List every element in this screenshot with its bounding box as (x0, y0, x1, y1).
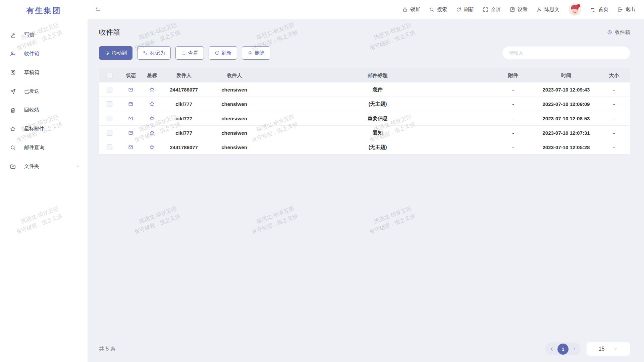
star-icon[interactable] (149, 86, 155, 93)
sidebar-item-mail-query[interactable]: 邮件查询 (0, 138, 88, 157)
pencil-icon (10, 32, 16, 38)
row-attachment: - (492, 87, 534, 93)
column-header: 邮件标题 (264, 72, 492, 79)
row-checkbox[interactable] (107, 116, 112, 121)
row-subject: (无主题) (264, 101, 492, 107)
row-recipient: chensiwen (205, 144, 264, 150)
topbar-action-current-user[interactable]: 陈思文 (536, 6, 559, 13)
trash-icon (248, 51, 253, 56)
row-size: - (598, 87, 630, 93)
delete-button[interactable]: 删除 (242, 46, 270, 60)
sidebar-item-starred[interactable]: 星标邮件 (0, 119, 88, 138)
sidebar-item-compose[interactable]: 写信 (0, 25, 88, 44)
row-status-cell (120, 130, 141, 136)
view-button[interactable]: 查看 (175, 46, 204, 60)
row-checkbox[interactable] (107, 101, 112, 107)
table-row[interactable]: 2441786077chensiwen(无主题)-2023-07-10 12:0… (99, 140, 630, 155)
total-count: 共 5 条 (99, 346, 116, 353)
sidebar-item-label: 邮件查询 (24, 144, 44, 151)
topbar-action-home[interactable]: 首页 (590, 6, 608, 13)
row-recipient: chensiwen (205, 101, 264, 107)
sidebar-item-sent[interactable]: 已发送 (0, 82, 88, 101)
row-checkbox-cell (99, 130, 120, 136)
sidebar-item-label: 写信 (24, 32, 34, 38)
sidebar-item-folders[interactable]: 文件夹 (0, 157, 88, 176)
sidebar-item-drafts[interactable]: 草稿箱 (0, 63, 88, 82)
percent-icon (143, 51, 148, 56)
star-icon (10, 126, 16, 132)
sidebar-nav: 写信收件箱草稿箱已发送回收站星标邮件邮件查询文件夹 (0, 21, 88, 176)
row-recipient: chensiwen (205, 87, 264, 93)
page-title: 收件箱 (99, 27, 120, 37)
sidebar-item-inbox[interactable]: 收件箱 (0, 44, 88, 63)
sidebar-item-recycle-bin[interactable]: 回收站 (0, 101, 88, 119)
row-time: 2023-07-10 12:09:09 (534, 101, 598, 107)
row-sender: 2441786077 (163, 144, 205, 150)
pager: 1 (545, 343, 581, 355)
menu-fold-icon[interactable] (95, 6, 101, 12)
select-all-checkbox[interactable] (107, 73, 112, 78)
sidebar-item-label: 收件箱 (24, 51, 39, 57)
breadcrumb-label: 收件箱 (615, 29, 630, 36)
next-page-icon[interactable] (571, 347, 577, 352)
table-row[interactable]: cikl777chensiwen重要信息-2023-07-10 12:08:53… (99, 111, 630, 126)
row-recipient: chensiwen (205, 116, 264, 121)
row-sender: cikl777 (163, 130, 205, 136)
row-star-cell (142, 101, 163, 107)
row-time: 2023-07-10 12:09:43 (534, 87, 598, 93)
user-add-icon (10, 51, 16, 57)
row-sender: cikl777 (163, 101, 205, 107)
row-checkbox[interactable] (107, 87, 112, 93)
button-label: 标记为 (150, 50, 165, 56)
topbar-action-lock-screen[interactable]: 锁屏 (402, 6, 420, 13)
topbar-action-fullscreen[interactable]: 全屏 (483, 6, 501, 13)
star-icon[interactable] (149, 101, 155, 107)
row-time: 2023-07-10 12:08:53 (534, 116, 598, 121)
pagination: 1 15 (545, 342, 630, 356)
topbar-action-refresh[interactable]: 刷新 (456, 6, 474, 13)
row-status-cell (120, 87, 141, 93)
topbar-action-label: 设置 (518, 6, 528, 13)
row-subject: 急件 (264, 86, 492, 93)
prev-page-icon[interactable] (549, 347, 555, 352)
table-header-row: 状态星标发件人收件人邮件标题附件时间大小 (99, 68, 630, 82)
topbar-action-search[interactable]: 搜索 (429, 6, 447, 13)
star-icon[interactable] (149, 144, 155, 150)
move-to-button[interactable]: 移动到 (99, 46, 132, 60)
header-checkbox-cell (99, 73, 120, 78)
star-icon[interactable] (149, 130, 155, 136)
page-size-select[interactable]: 15 (587, 342, 630, 356)
button-label: 刷新 (221, 50, 231, 56)
topbar-action-label: 全屏 (491, 6, 501, 13)
topbar-action-settings[interactable]: 设置 (509, 6, 528, 13)
undo-icon (590, 7, 596, 12)
content-header: 收件箱 收件箱 (99, 27, 630, 37)
footer-bar: 共 5 条 1 15 (88, 336, 644, 362)
row-star-cell (142, 144, 163, 150)
star-icon[interactable] (149, 115, 155, 121)
mark-as-button[interactable]: 标记为 (137, 46, 171, 60)
column-header: 收件人 (205, 72, 264, 79)
search-icon (10, 144, 16, 151)
table-row[interactable]: cikl777chensiwen通知-2023-07-10 12:07:31- (99, 126, 630, 140)
toolbar-buttons: 移动到标记为查看刷新删除 (99, 46, 270, 60)
chevron-down-icon (75, 164, 80, 169)
table-row[interactable]: 2441786077chensiwen急件-2023-07-10 12:09:4… (99, 82, 630, 97)
current-page-button[interactable]: 1 (557, 344, 569, 355)
row-checkbox[interactable] (107, 130, 112, 136)
row-checkbox[interactable] (107, 144, 112, 150)
person-icon (536, 7, 542, 12)
mail-icon (128, 116, 133, 121)
fullscreen-icon (483, 7, 488, 12)
table-row[interactable]: cikl777chensiwen(无主题)-2023-07-10 12:09:0… (99, 97, 630, 111)
sidebar-item-label: 已发送 (24, 88, 39, 95)
topbar-action-logout[interactable]: 退出 (617, 6, 635, 13)
refresh-button[interactable]: 刷新 (209, 46, 237, 60)
search-input[interactable] (502, 47, 630, 59)
sidebar-item-label: 文件夹 (24, 163, 39, 170)
avatar[interactable] (568, 3, 582, 16)
table-body: 2441786077chensiwen急件-2023-07-10 12:09:4… (99, 82, 630, 155)
refresh-icon (456, 7, 462, 12)
topbar-action-label: 首页 (598, 6, 608, 13)
lock-icon (402, 7, 408, 12)
